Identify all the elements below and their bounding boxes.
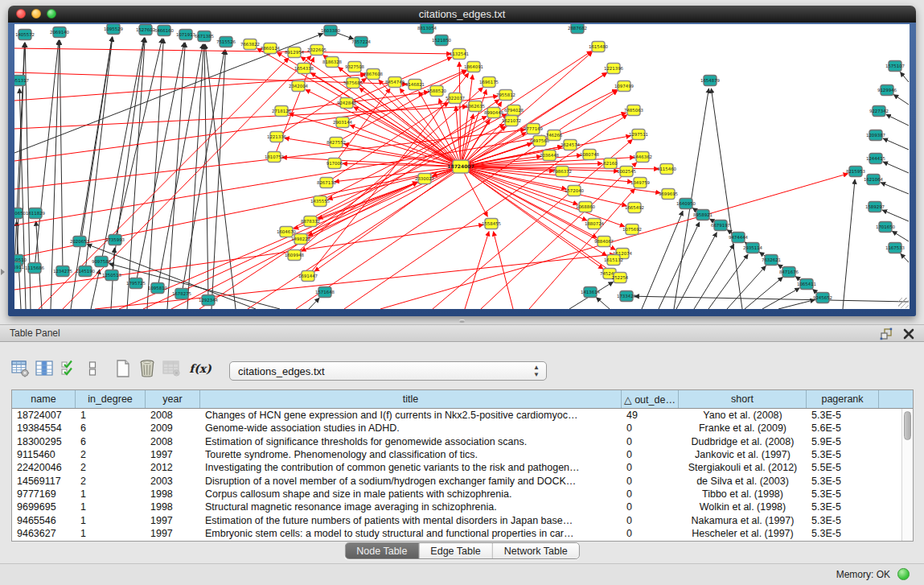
network-node-label: 1733426 <box>617 294 637 299</box>
table-row[interactable]: 1938455462009Genome-wide association stu… <box>12 422 901 435</box>
network-node-label: 1864091 <box>464 64 483 69</box>
table-cell: 0 <box>622 436 679 447</box>
table-row[interactable]: 1872400712008Changes of HCN gene express… <box>12 409 901 422</box>
table-row[interactable]: 969969511998Structural magnetic resonanc… <box>12 501 901 513</box>
network-node-label: 1095529 <box>104 27 124 31</box>
split-pane-collapse-handle[interactable] <box>1 269 5 275</box>
memory-status-icon[interactable] <box>897 568 910 580</box>
column-header-pagerank[interactable]: pagerank <box>807 390 879 408</box>
table-row[interactable]: 2242004622012Investigating the contribut… <box>12 461 901 474</box>
network-edge <box>778 299 815 309</box>
table-cell: 9465546 <box>12 515 76 526</box>
window-resize-grip[interactable] <box>898 298 909 308</box>
network-node-label: 2322605 <box>307 47 326 52</box>
table-cell: 0 <box>622 515 679 526</box>
table-selector-value: citations_edges.txt <box>238 365 325 377</box>
table-cell: Structural magnetic resonance image aver… <box>200 501 622 513</box>
network-node-label: 2036448 <box>540 153 560 158</box>
network-canvas[interactable]: 1405572206914010955291527602646616010719… <box>14 24 910 309</box>
show-columns-button[interactable] <box>32 357 56 380</box>
table-cell: 1998 <box>146 488 200 500</box>
dropdown-arrows-icon: ▲▼ <box>533 364 540 378</box>
scrollbar-thumb[interactable] <box>904 411 911 440</box>
new-column-button[interactable] <box>111 357 135 380</box>
network-node-label: 1571648 <box>315 290 335 295</box>
network-node-label: 2342004 <box>289 84 309 89</box>
column-header-year[interactable]: year <box>146 390 200 408</box>
tab-network-table[interactable]: Network Table <box>493 543 579 558</box>
tab-edge-table[interactable]: Edge Table <box>419 543 492 558</box>
network-edge <box>893 95 909 105</box>
table-cell: 2008 <box>146 410 200 421</box>
table-cell: Estimation of the future numbers of pati… <box>200 515 622 526</box>
table-cell: 19384554 <box>12 422 76 434</box>
table-header-row: namein_degreeyeartitle△ out_de…shortpage… <box>12 390 913 409</box>
table-cell: Wolkin et al. (1998) <box>679 501 807 513</box>
horizontal-splitter[interactable] <box>0 318 924 324</box>
network-node-label: 2520650 <box>14 211 27 216</box>
network-node-label: 1097499 <box>614 84 634 89</box>
minimize-window-icon[interactable] <box>31 9 41 19</box>
network-node-label: 1615480 <box>589 44 609 49</box>
table-row[interactable]: 911546021997Tourette syndrome. Phenomeno… <box>12 448 901 461</box>
close-window-icon[interactable] <box>16 9 26 19</box>
function-builder-button[interactable]: f(x) <box>188 357 212 380</box>
network-node-label: 1701650 <box>876 225 896 229</box>
column-header-name[interactable]: name <box>12 390 76 408</box>
network-node-label: 9777169 <box>524 126 544 131</box>
table-cell: 18724007 <box>12 410 76 421</box>
column-header-short[interactable]: short <box>679 390 807 408</box>
network-node-label: 252254 <box>612 275 629 280</box>
table-row[interactable]: 946362711997Embryonic stem cells: a mode… <box>12 527 901 540</box>
table-cell: 14569117 <box>12 476 76 487</box>
network-edge <box>597 298 610 309</box>
network-node-label: 9129946 <box>877 88 897 93</box>
table-panel-body: f(x) citations_edges.txt ▲▼ namein_degre… <box>0 342 924 563</box>
tab-node-table[interactable]: Node Table <box>345 543 419 558</box>
network-node-label: 2887682 <box>568 26 587 31</box>
delete-column-button[interactable] <box>135 357 159 380</box>
table-selector-dropdown[interactable]: citations_edges.txt ▲▼ <box>229 361 547 381</box>
table-cell: 5.9E-5 <box>807 436 879 447</box>
network-node-label: 1349759 <box>630 180 651 185</box>
table-cell: Franke et al. (2009) <box>679 422 807 434</box>
network-node-label: 1145190 <box>76 269 96 274</box>
network-edge <box>60 40 63 271</box>
network-edge <box>762 288 799 309</box>
table-mode-button[interactable] <box>8 357 32 380</box>
network-node-label: 1115686 <box>25 266 45 270</box>
table-cell: Genome-wide association studies in ADHD. <box>200 422 622 434</box>
select-columns-button[interactable] <box>56 357 80 380</box>
network-node-label: 7663822 <box>240 42 260 47</box>
table-row[interactable]: 946554611997Estimation of the future num… <box>12 513 901 526</box>
column-header-title[interactable]: title <box>200 390 622 408</box>
table-row[interactable]: 1456911722003Disruption of a novel membe… <box>12 474 901 487</box>
float-panel-icon[interactable] <box>879 327 893 341</box>
network-edge <box>35 40 59 268</box>
zoom-window-icon[interactable] <box>47 9 56 19</box>
column-header-out_de[interactable]: △ out_de… <box>622 390 679 408</box>
network-node-label: 8471676 <box>779 270 799 274</box>
close-panel-icon[interactable] <box>901 327 916 341</box>
table-cell: 0 <box>622 449 679 460</box>
table-cell: Stergiakouli et al. (2012) <box>679 462 807 473</box>
network-node-label: 1080748 <box>580 152 600 157</box>
network-node-label: 1604670 <box>277 229 297 234</box>
table-row[interactable]: 1830029562008Estimation of significance … <box>12 435 901 448</box>
network-window-titlebar[interactable]: citations_edges.txt <box>8 6 916 23</box>
network-node-label: 1615132 <box>604 257 623 262</box>
table-cell: 1 <box>76 515 146 526</box>
vertical-scrollbar[interactable] <box>901 409 913 541</box>
row-height-button[interactable] <box>80 357 105 380</box>
column-header-in_degree[interactable]: in_degree <box>76 390 146 408</box>
network-node-label: 1297511 <box>629 132 648 137</box>
table-row[interactable]: 977716911998Corpus callosum shape and si… <box>12 488 901 501</box>
table-cell: Nakamura et al. (1997) <box>679 515 807 526</box>
network-edge <box>14 48 451 54</box>
network-edge <box>211 50 225 309</box>
network-node-label: 1654338 <box>294 66 314 71</box>
network-edge <box>205 44 236 309</box>
citation-network-graph[interactable]: 1405572206914010955291527602646616010719… <box>14 24 910 309</box>
network-node-label: 1446362 <box>633 154 652 159</box>
network-edge <box>883 138 909 150</box>
